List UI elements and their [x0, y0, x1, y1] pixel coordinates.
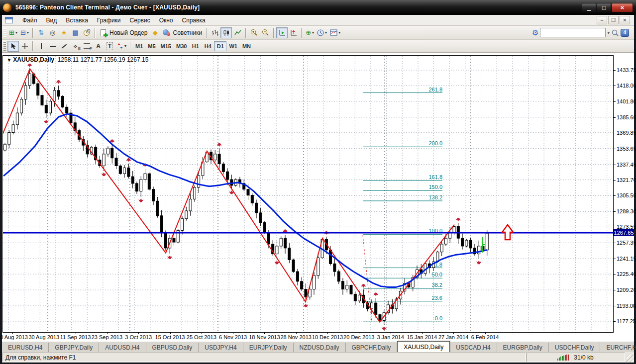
close-button[interactable]: ✕	[612, 3, 633, 12]
tab-EURJPY,Daily[interactable]: EURJPY,Daily	[243, 343, 294, 352]
candlestick-chart[interactable]: 261.8200.0161.8150.0138.2100.061.850.038…	[2, 55, 614, 333]
zoom-out-button[interactable]	[260, 27, 271, 38]
child-minimize-button[interactable]: –	[597, 16, 607, 24]
channel-button[interactable]: =E	[70, 41, 81, 52]
tab-XAUUSD,Daily[interactable]: XAUUSD,Daily	[397, 341, 450, 352]
cursor-arrow-icon	[10, 43, 16, 50]
fib-level-50.0: 50.0	[432, 272, 442, 277]
timeframe-M30[interactable]: M30	[174, 41, 189, 51]
fib-level-0.0: 0.0	[435, 315, 442, 321]
text-label-icon: T	[106, 42, 113, 50]
tab-EURGBP,Daily[interactable]: EURGBP,Daily	[497, 343, 549, 352]
ohlc-open: 1258.11	[58, 56, 79, 63]
horizontal-line-button[interactable]	[47, 41, 58, 52]
timeframe-MN[interactable]: MN	[240, 41, 253, 51]
arrows-button[interactable]: ▾	[115, 41, 128, 52]
tab-GBPJPY,Daily[interactable]: GBPJPY,Daily	[49, 343, 99, 352]
menu-Вид[interactable]: Вид	[42, 15, 62, 25]
child-restore-button[interactable]: ❐	[608, 16, 619, 24]
fractal-up-icon	[361, 284, 366, 288]
text-label-button[interactable]: T	[104, 41, 115, 52]
expert-advisors-button[interactable]	[161, 27, 172, 38]
terminal-button[interactable]: ▤	[70, 27, 81, 38]
timeframe-D1[interactable]: D1	[214, 41, 226, 51]
strategy-tester-button[interactable]	[81, 27, 93, 38]
timeframe-M15[interactable]: M15	[158, 41, 174, 51]
line-chart-button[interactable]	[232, 27, 243, 38]
crosshair-button[interactable]	[19, 41, 30, 52]
templates-button[interactable]: ▾	[328, 27, 342, 38]
price-axis[interactable]: 1433.751418.001401.801385.601369.851353.…	[614, 55, 634, 342]
drawing-toolbar: =E F A T ▾ M1M5M15M30H1H4D1W1MN	[2, 40, 634, 53]
price-tick: 1241.15	[617, 256, 636, 262]
fractal-up-icon	[373, 292, 378, 296]
market-watch-button[interactable]: ⇅	[35, 27, 47, 38]
menu-Графики[interactable]: Графики	[93, 15, 125, 25]
notification-badge[interactable]: 4	[621, 29, 629, 37]
menu-Файл[interactable]: Файл	[18, 15, 42, 25]
cursor-button[interactable]	[7, 41, 19, 52]
date-tick: 3 Oct 2013	[125, 334, 152, 340]
periods-button[interactable]: ▾	[316, 27, 328, 38]
bar-chart-button[interactable]	[209, 27, 220, 38]
search-icon[interactable]	[611, 29, 619, 37]
zoom-in-icon	[250, 29, 258, 36]
text-button[interactable]: A	[93, 41, 104, 52]
tab-GBPCHF,Daily[interactable]: GBPCHF,Daily	[346, 343, 398, 352]
collapse-triangle-icon[interactable]: ▼	[7, 58, 11, 63]
menu-Сервис[interactable]: Сервис	[125, 15, 155, 25]
data-window-button[interactable]: ◎	[47, 27, 58, 38]
date-axis[interactable]: 20 Aug 201330 Aug 201311 Sep 201323 Sep …	[2, 333, 614, 342]
timeframe-M5[interactable]: M5	[145, 41, 158, 51]
toolbar-grip[interactable]	[3, 28, 6, 37]
candlestick-chart-icon	[223, 29, 230, 36]
tab-NZDUSD,Daily[interactable]: NZDUSD,Daily	[294, 343, 346, 352]
chart-shift-button[interactable]	[288, 27, 299, 38]
tab-EURUSD,H4[interactable]: EURUSD,H4	[2, 343, 49, 352]
chart-area[interactable]: ▼ XAUUSD,Daily 1258.11 1271.77 1256.19 1…	[2, 53, 634, 341]
vertical-line-button[interactable]	[35, 41, 47, 52]
tab-USDCHF,Daily[interactable]: USDCHF,Daily	[549, 343, 601, 352]
metaeditor-button[interactable]: ◆	[149, 27, 161, 38]
fractal-down-icon	[138, 198, 143, 202]
maximize-button[interactable]: ▢	[597, 3, 611, 12]
timeframe-W1[interactable]: W1	[226, 41, 240, 51]
tab-USDCAD,H4[interactable]: USDCAD,H4	[450, 343, 497, 352]
tab-USDJPY,H4[interactable]: USDJPY,H4	[199, 343, 243, 352]
child-close-button[interactable]: ✕	[620, 16, 630, 24]
toolbar-grip[interactable]	[3, 42, 6, 51]
search-input[interactable]	[540, 28, 606, 37]
price-tick: 1305.50	[617, 192, 636, 198]
timeframe-H1[interactable]: H1	[189, 41, 202, 51]
date-tick: 30 Aug 2013	[28, 334, 59, 340]
tab-GBPUSD,Daily[interactable]: GBPUSD,Daily	[146, 343, 199, 352]
advisors-label[interactable]: Советники	[172, 29, 204, 36]
new-chart-button[interactable]: ⊞▾	[7, 27, 19, 38]
indicators-button[interactable]: ⊕▾	[304, 27, 316, 38]
new-order-label[interactable]: Новый Ордер	[109, 29, 149, 36]
navigator-button[interactable]: ★	[58, 27, 70, 38]
resize-grip[interactable]	[627, 355, 634, 363]
tab-EURCHF,H4[interactable]: EURCHF,H4	[600, 343, 636, 352]
auto-scroll-button[interactable]	[276, 27, 288, 38]
crosshair-target-icon: ◎	[50, 29, 55, 36]
settings-gear-icon[interactable]: ⚙	[532, 28, 538, 37]
profiles-button[interactable]: ⊟▾	[19, 27, 30, 38]
standard-toolbar: ⊞▾ ⊟▾ ⇅ ◎ ★ ▤ ✚ Новый Ордер ◆ Советники	[2, 26, 634, 40]
ohlc-high: 1271.77	[80, 56, 102, 63]
minimize-button[interactable]: ▁	[582, 3, 596, 12]
timeframe-M1[interactable]: M1	[133, 41, 145, 51]
candlestick-chart-button[interactable]	[220, 27, 232, 38]
search-dropdown-arrow[interactable]: ▾	[607, 30, 610, 35]
trendline-button[interactable]	[58, 41, 70, 52]
new-order-button[interactable]: ✚	[98, 27, 109, 38]
menu-Окно[interactable]: Окно	[155, 15, 178, 25]
menu-Вставка[interactable]: Вставка	[61, 15, 93, 25]
metaeditor-diamond-icon: ◆	[153, 29, 158, 36]
fractal-down-icon	[303, 303, 308, 307]
timeframe-H4[interactable]: H4	[202, 41, 214, 51]
zoom-in-button[interactable]	[248, 27, 260, 38]
menu-Справка[interactable]: Справка	[178, 15, 210, 25]
fibonacci-button[interactable]: F	[81, 41, 93, 52]
tab-AUDUSD,H4[interactable]: AUDUSD,H4	[99, 343, 146, 352]
